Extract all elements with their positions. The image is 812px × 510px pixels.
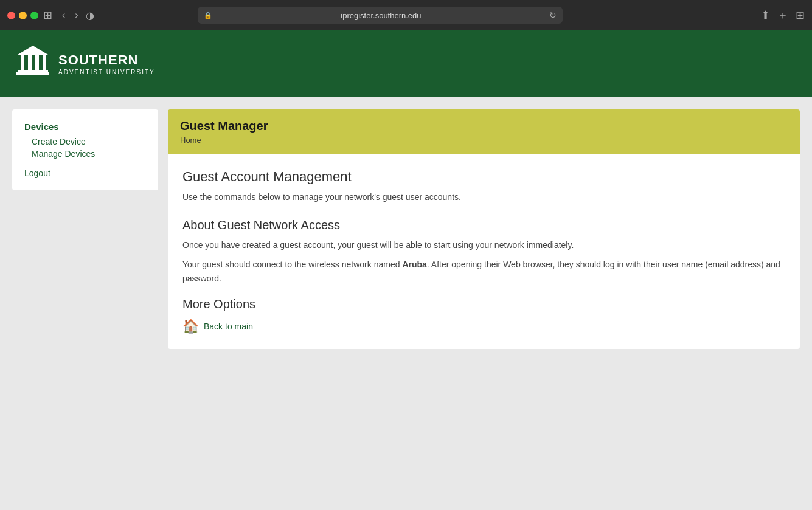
back-to-main-label: Back to main <box>204 322 253 331</box>
close-button[interactable] <box>7 12 15 19</box>
create-device-link[interactable]: Create Device <box>24 137 146 146</box>
reload-button[interactable]: ↻ <box>549 10 557 20</box>
about-text-2-pre: Your guest should connect to the wireles… <box>182 260 402 269</box>
logo-text: SOUTHERN ADVENTIST UNIVERSITY <box>58 52 155 75</box>
sidebar-item-manage-devices[interactable]: Manage Devices <box>24 149 146 159</box>
house-icon: 🏠 <box>182 319 199 334</box>
svg-marker-5 <box>18 46 48 55</box>
university-sub: ADVENTIST UNIVERSITY <box>58 69 155 75</box>
logo-container: SOUTHERN ADVENTIST UNIVERSITY <box>15 43 155 86</box>
guest-manager-title: Guest Manager <box>180 119 788 133</box>
content-card: Guest Account Management Use the command… <box>168 154 800 349</box>
browser-actions: ⬆ ＋ ⊞ <box>761 8 805 22</box>
sidebar-toggle-button[interactable]: ⊞ <box>43 9 52 22</box>
content-area: Guest Manager Home Guest Account Managem… <box>168 109 800 349</box>
url-text: ipregister.southern.edu <box>216 11 546 20</box>
tabs-button[interactable]: ⊞ <box>796 9 805 22</box>
manage-devices-link[interactable]: Manage Devices <box>24 149 146 159</box>
lock-icon: 🔒 <box>204 12 212 19</box>
browser-chrome: ⊞ ‹ › ◑ 🔒 ipregister.southern.edu ↻ ⬆ ＋ … <box>0 0 812 30</box>
svg-rect-6 <box>16 72 49 75</box>
svg-rect-4 <box>43 55 46 71</box>
minimize-button[interactable] <box>19 12 27 19</box>
back-button[interactable]: ‹ <box>60 7 68 23</box>
more-options-heading: More Options <box>182 297 785 311</box>
main-layout: Devices Create Device Manage Devices Log… <box>0 97 812 510</box>
guest-manager-header: Guest Manager Home <box>168 109 800 154</box>
traffic-lights <box>7 12 38 19</box>
account-management-heading: Guest Account Management <box>182 169 785 185</box>
address-bar[interactable]: 🔒 ipregister.southern.edu ↻ <box>198 7 563 24</box>
network-name: Aruba <box>402 260 426 269</box>
back-to-main-link[interactable]: 🏠 Back to main <box>182 319 785 334</box>
about-heading: About Guest Network Access <box>182 218 785 232</box>
new-tab-button[interactable]: ＋ <box>777 8 788 22</box>
sidebar-devices-title: Devices <box>24 122 146 132</box>
sidebar: Devices Create Device Manage Devices Log… <box>12 109 158 190</box>
forward-button[interactable]: › <box>72 7 80 23</box>
about-text-2: Your guest should connect to the wireles… <box>182 258 785 285</box>
sidebar-item-create-device[interactable]: Create Device <box>24 137 146 146</box>
sidebar-logout[interactable]: Logout <box>24 168 146 178</box>
svg-rect-2 <box>28 55 32 71</box>
account-management-text: Use the commands below to manage your ne… <box>182 191 785 204</box>
logout-link[interactable]: Logout <box>24 168 50 178</box>
breadcrumb: Home <box>180 136 788 145</box>
maximize-button[interactable] <box>30 12 38 19</box>
sidebar-links: Create Device Manage Devices <box>24 137 146 159</box>
about-text-1: Once you have created a guest account, y… <box>182 238 785 252</box>
share-button[interactable]: ⬆ <box>761 9 770 22</box>
university-name: SOUTHERN <box>58 52 155 68</box>
svg-rect-3 <box>35 55 39 71</box>
site-header: SOUTHERN ADVENTIST UNIVERSITY <box>0 30 812 97</box>
svg-rect-1 <box>21 55 24 71</box>
university-logo-icon <box>15 43 51 86</box>
shield-icon: ◑ <box>86 10 94 21</box>
